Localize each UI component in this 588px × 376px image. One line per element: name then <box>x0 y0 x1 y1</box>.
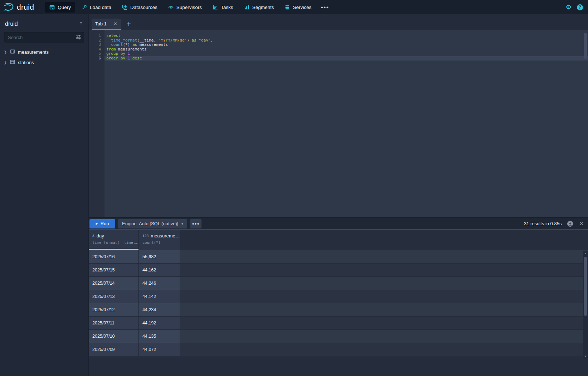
chevron-right-icon: ❯ <box>4 50 7 54</box>
tasks-icon <box>213 5 218 10</box>
tab-tab1[interactable]: Tab 1 ✕ <box>92 19 121 30</box>
engine-label: Engine: Auto [SQL (native)] <box>122 221 178 226</box>
cell-measurements[interactable]: 44,192 <box>139 317 180 330</box>
app-header: druid Query Load data Datasourc <box>0 0 588 14</box>
schema-sidebar: druid ❯ measurements ❯ <box>0 14 89 376</box>
nav-item-datasources[interactable]: Datasources <box>118 2 162 13</box>
code-line[interactable]: group by 1 <box>105 52 588 56</box>
nav-item-query[interactable]: Query <box>45 2 75 13</box>
cell-measurements[interactable]: 44,142 <box>139 290 180 303</box>
results-scrollbar[interactable]: ▲ ▼ <box>583 251 588 359</box>
chevron-down-icon: ▾ <box>181 222 183 226</box>
editor-code[interactable]: select time_format(__time, 'YYYY/MM/dd')… <box>105 30 588 217</box>
schema-selector[interactable]: druid <box>0 14 88 31</box>
nav-item-services[interactable]: Services <box>280 2 316 13</box>
nav-label: Load data <box>90 5 111 10</box>
nav-item-tasks[interactable]: Tasks <box>208 2 238 13</box>
table-icon <box>10 59 15 66</box>
column-header-measurements[interactable]: 123 measureme… count(*) <box>139 230 180 250</box>
line-number: 6 <box>89 56 105 61</box>
results-header-row: A day time_format(__time,… 123 measureme… <box>89 230 588 250</box>
results-panel: A day time_format(__time,… 123 measureme… <box>89 230 588 359</box>
play-icon: ▶ <box>96 222 98 225</box>
run-bar: ▶ Run Engine: Auto [SQL (native)] ▾ ●●● … <box>89 217 588 230</box>
cell-measurements[interactable]: 44,234 <box>139 303 180 317</box>
nav-label: Query <box>58 5 71 10</box>
search-input[interactable] <box>4 32 84 43</box>
column-expression: time_format(__time,… <box>92 240 139 245</box>
help-icon[interactable]: ? <box>577 4 583 10</box>
engine-select[interactable]: Engine: Auto [SQL (native)] ▾ <box>118 219 187 228</box>
run-button[interactable]: ▶ Run <box>89 219 115 228</box>
row-filler <box>180 264 588 277</box>
table-row: 2025/07/1244,234 <box>89 303 588 317</box>
line-number: 1 <box>89 34 105 38</box>
code-line[interactable]: count(*) as measurements <box>105 43 588 47</box>
cell-day[interactable]: 2025/07/14 <box>89 277 139 290</box>
table-icon <box>10 49 15 55</box>
nav-more-button[interactable]: ●●● <box>318 3 332 12</box>
code-line[interactable]: order by 1 desc <box>105 56 588 61</box>
column-header-day[interactable]: A day time_format(__time,… <box>89 230 139 250</box>
tree-item-stations[interactable]: ❯ stations <box>0 57 88 68</box>
segments-icon <box>244 5 249 10</box>
search-container <box>4 32 84 43</box>
sql-editor[interactable]: 123456 select time_format(__time, 'YYYY/… <box>89 30 588 217</box>
row-filler <box>180 290 588 303</box>
more-dots-icon: ●●● <box>192 222 200 226</box>
table-row: 2025/07/1144,192 <box>89 317 588 330</box>
table-row: 2025/07/1544,162 <box>89 264 588 277</box>
cell-day[interactable]: 2025/07/15 <box>89 264 139 277</box>
code-line[interactable]: time_format(__time, 'YYYY/MM/dd') as "da… <box>105 38 588 43</box>
download-results-icon[interactable] <box>567 221 573 227</box>
cell-day[interactable]: 2025/07/16 <box>89 250 139 264</box>
supervisors-icon <box>168 5 174 10</box>
string-type-icon: A <box>92 234 94 238</box>
tab-close-icon[interactable]: ✕ <box>113 21 117 26</box>
filter-icon[interactable] <box>76 34 81 42</box>
cell-day[interactable]: 2025/07/09 <box>89 343 139 356</box>
query-tab-bar: Tab 1 ✕ + <box>89 14 588 30</box>
nav-label: Services <box>293 5 311 10</box>
cell-measurements[interactable]: 44,246 <box>139 277 180 290</box>
cell-measurements[interactable]: 44,135 <box>139 330 180 343</box>
query-more-button[interactable]: ●●● <box>190 219 201 228</box>
tree-item-measurements[interactable]: ❯ measurements <box>0 47 88 57</box>
table-row: 2025/07/1344,142 <box>89 290 588 303</box>
scrollbar-thumb[interactable] <box>584 257 587 316</box>
tab-title: Tab 1 <box>95 21 107 26</box>
cell-measurements[interactable]: 44,072 <box>139 343 180 356</box>
column-name: measureme… <box>151 233 180 238</box>
line-number: 5 <box>89 52 105 56</box>
nav-item-supervisors[interactable]: Supervisors <box>164 2 206 13</box>
column-name: day <box>97 233 104 238</box>
schema-label: druid <box>5 21 18 27</box>
close-results-icon[interactable]: ✕ <box>579 221 584 227</box>
line-number: 4 <box>89 47 105 52</box>
cell-measurements[interactable]: 44,162 <box>139 264 180 277</box>
settings-gear-icon[interactable]: ⚙ <box>566 4 572 10</box>
scrollbar-track[interactable] <box>583 256 588 353</box>
cell-day[interactable]: 2025/07/12 <box>89 303 139 317</box>
line-number: 2 <box>89 38 105 43</box>
cell-day[interactable]: 2025/07/10 <box>89 330 139 343</box>
scroll-down-icon[interactable]: ▼ <box>584 353 587 359</box>
code-line[interactable]: from measurements <box>105 47 588 52</box>
query-icon <box>49 5 55 10</box>
cell-measurements[interactable]: 55,982 <box>139 250 180 264</box>
editor-scrollbar-thumb[interactable] <box>584 33 587 59</box>
more-dots-icon: ●●● <box>321 5 329 9</box>
chevron-right-icon: ❯ <box>4 61 7 64</box>
brand-title: druid <box>17 3 34 11</box>
scroll-up-icon[interactable]: ▲ <box>584 251 587 256</box>
row-filler <box>180 250 588 264</box>
nav-label: Supervisors <box>176 5 202 10</box>
table-row: 2025/07/1444,246 <box>89 277 588 290</box>
nav-item-load-data[interactable]: Load data <box>77 2 116 13</box>
add-tab-button[interactable]: + <box>127 20 131 28</box>
cell-day[interactable]: 2025/07/11 <box>89 317 139 330</box>
cell-day[interactable]: 2025/07/13 <box>89 290 139 303</box>
nav-item-segments[interactable]: Segments <box>240 2 278 13</box>
results-body: 2025/07/1655,9822025/07/1544,1622025/07/… <box>89 250 588 356</box>
table-tree: ❯ measurements ❯ stations <box>0 47 88 68</box>
